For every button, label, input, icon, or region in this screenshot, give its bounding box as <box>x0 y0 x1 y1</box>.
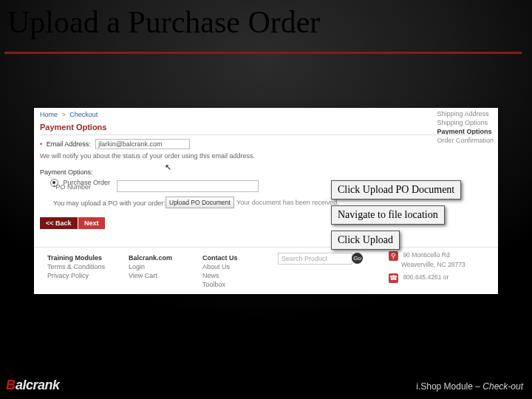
map-pin-icon: ⚲ <box>389 251 398 261</box>
footer-link[interactable]: About Us <box>202 262 238 271</box>
breadcrumb: Home > Checkout <box>40 111 98 118</box>
callout-step-3: Click Upload <box>331 231 400 250</box>
step-shipping-address[interactable]: Shipping Address <box>437 109 494 118</box>
breadcrumb-sep: > <box>62 111 66 118</box>
footer-link[interactable]: Balcrank.com <box>129 253 172 262</box>
footer-phone: ☎ 800.645.4261 or <box>389 273 492 283</box>
brand-rest: alcrank <box>16 378 60 392</box>
page-label: Check-out <box>482 381 523 392</box>
footer-col-1: Training Modules Terms & Conditions Priv… <box>47 253 105 280</box>
breadcrumb-home[interactable]: Home <box>40 111 58 118</box>
po-number-label: *PO Number <box>53 183 91 191</box>
back-button[interactable]: << Back <box>40 217 78 229</box>
footer-col-2: Balcrank.com Login View Cart <box>129 253 172 280</box>
footer-link[interactable]: News <box>202 271 238 280</box>
payment-options-label: Payment Options: <box>40 168 93 176</box>
footer-link[interactable]: Terms & Conditions <box>47 262 105 271</box>
upload-po-document-button[interactable]: Upload PO Document <box>166 197 234 208</box>
payment-options-header: Payment Options <box>40 123 106 132</box>
callout-step-2: Navigate to file location <box>331 205 445 225</box>
email-field[interactable]: jlarkin@balcrank.com <box>95 139 190 149</box>
phone-number: 800.645.4261 or <box>403 273 449 281</box>
slide-title: Upload a Purchase Order <box>7 4 320 40</box>
email-label: Email Address: <box>47 140 91 148</box>
footer-link[interactable]: Training Modules <box>47 253 105 262</box>
address-line-1: 90 Monticello Rd <box>403 251 449 259</box>
footer-col-3: Contact Us About Us News Toolbox <box>202 253 238 289</box>
footer-address: ⚲ 90 Monticello Rd Weaverville, NC 28773 <box>389 251 492 269</box>
email-row: • Email Address: jlarkin@balcrank.com <box>40 139 190 149</box>
app-screenshot: Home > Checkout Shipping Address Shippin… <box>34 108 498 294</box>
footer-link[interactable]: View Cart <box>129 271 172 280</box>
upload-note: You may upload a PO with your order: <box>53 200 166 207</box>
callout-step-1: Click Upload PO Document <box>331 180 461 200</box>
footer-link[interactable]: Login <box>129 262 172 271</box>
breadcrumb-current: Checkout <box>69 111 98 118</box>
cursor-icon: ↖ <box>165 163 171 172</box>
checkout-steps: Shipping Address Shipping Options Paymen… <box>437 109 494 145</box>
slide-footer-text: i.Shop Module – Check-out <box>416 381 523 392</box>
step-order-confirmation[interactable]: Order Confirmation <box>437 136 494 145</box>
brand-logo: Balcrank <box>6 378 60 393</box>
address-line-2: Weaverville, NC 28773 <box>401 261 466 268</box>
footer-link[interactable]: Toolbox <box>202 280 238 289</box>
search-go-button[interactable]: Go <box>352 253 363 264</box>
document-received-message: Your document has been received. <box>236 199 339 206</box>
step-shipping-options[interactable]: Shipping Options <box>437 118 494 127</box>
brand-letter: B <box>6 378 16 392</box>
search-input[interactable]: Search Product <box>278 253 352 265</box>
footer-link[interactable]: Contact Us <box>202 253 238 262</box>
phone-icon: ☎ <box>389 273 398 283</box>
email-note: We will notify you about the status of y… <box>40 152 255 160</box>
po-number-field[interactable] <box>117 180 259 192</box>
title-underline <box>4 52 522 54</box>
footer-link[interactable]: Privacy Policy <box>47 271 105 280</box>
next-button[interactable]: Next <box>78 217 105 229</box>
required-star: • <box>40 140 42 148</box>
divider <box>40 134 492 135</box>
module-label: i.Shop Module – <box>416 381 482 392</box>
